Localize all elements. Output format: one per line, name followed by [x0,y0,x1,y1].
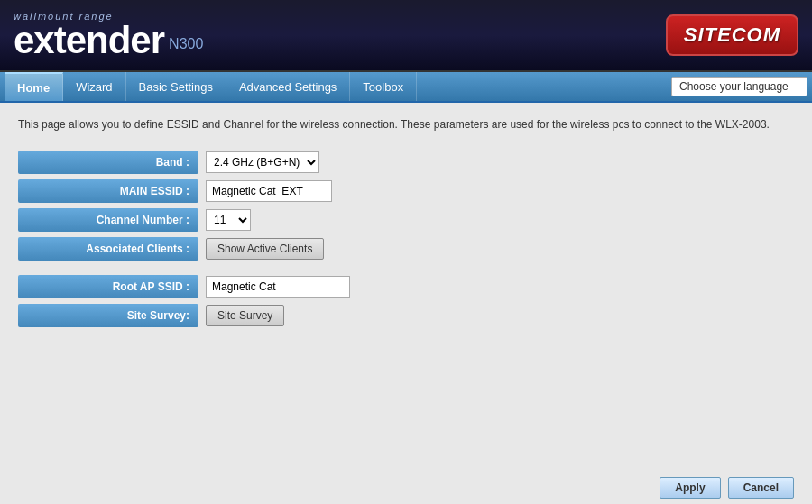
band-control: 2.4 GHz (B+G+N) [206,151,319,173]
navbar: Home Wizard Basic Settings Advanced Sett… [0,72,812,103]
band-select[interactable]: 2.4 GHz (B+G+N) [206,151,319,173]
section-divider [18,266,794,275]
root-ap-input[interactable] [206,276,350,298]
site-survey-row: Site Survey: Site Survey [18,304,794,327]
essid-label: MAIN ESSID : [18,179,198,203]
tab-basic-settings[interactable]: Basic Settings [126,72,226,101]
action-bar: Apply Cancel [0,463,812,504]
channel-row: Channel Number : 11 [18,208,794,232]
logo-container: extenderN300 [14,22,203,60]
show-active-clients-button[interactable]: Show Active Clients [206,238,324,260]
main-content: This page allows you to define ESSID and… [0,103,812,463]
essid-input[interactable] [206,180,332,202]
band-label: Band : [18,151,198,174]
brand-logo: SITECOM [666,14,798,56]
apply-button[interactable]: Apply [660,477,720,499]
channel-label: Channel Number : [18,208,198,232]
language-selector-area[interactable]: Choose your language [671,72,807,101]
assoc-clients-row: Associated Clients : Show Active Clients [18,237,794,261]
channel-select[interactable]: 11 [206,209,251,231]
root-ap-label: Root AP SSID : [18,275,198,298]
assoc-clients-label: Associated Clients : [18,237,198,261]
tab-advanced-settings[interactable]: Advanced Settings [226,72,350,101]
channel-control: 11 [206,209,251,231]
logo-model: N300 [169,36,203,51]
header: wallmount range extenderN300 SITECOM [0,0,812,72]
cancel-button[interactable]: Cancel [728,477,794,499]
band-row: Band : 2.4 GHz (B+G+N) [18,151,794,174]
tab-toolbox[interactable]: Toolbox [350,72,417,101]
logo-main: extender [14,19,164,61]
site-survey-button[interactable]: Site Survey [206,305,284,326]
page-description: This page allows you to define ESSID and… [18,116,794,133]
site-survey-control: Site Survey [206,305,284,326]
essid-control [206,180,332,202]
logo-area: wallmount range extenderN300 [14,11,203,60]
root-ap-row: Root AP SSID : [18,275,794,298]
language-select[interactable]: Choose your language [671,77,807,96]
site-survey-label: Site Survey: [18,304,198,327]
tab-home[interactable]: Home [5,72,63,101]
tab-wizard[interactable]: Wizard [63,72,125,101]
assoc-clients-control: Show Active Clients [206,238,324,260]
root-ap-control [206,276,350,298]
essid-row: MAIN ESSID : [18,179,794,203]
